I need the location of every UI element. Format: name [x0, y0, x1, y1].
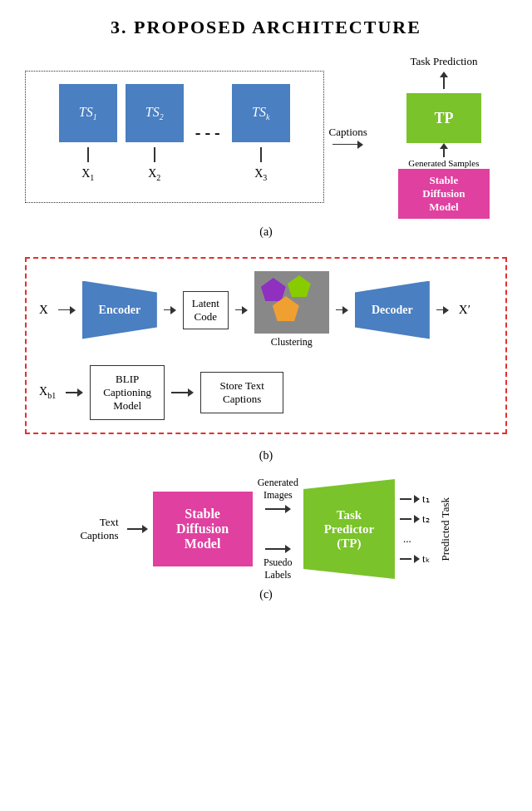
tp-block-a: TP	[406, 93, 481, 143]
task-pred-label-a: Task Prediction	[410, 55, 477, 68]
tsk-block: TSk	[232, 84, 290, 142]
right-part-a: Task Prediction TP Generated Samples Sta…	[381, 55, 507, 219]
ts2-block: TS2	[126, 84, 184, 142]
sdm-block-a: StableDiffusionModel	[398, 169, 490, 219]
t2-label: t₂	[422, 512, 430, 526]
diagram-c: TextCaptions StableDiffusionModel Genera…	[25, 477, 507, 611]
page-title: 3. PROPOSED ARCHITECTURE	[111, 17, 421, 38]
predicted-task-label: Predicted Task	[439, 497, 452, 561]
subfig-label-a: (a)	[25, 225, 507, 239]
gen-images-label-c: GeneratedImages	[258, 477, 298, 502]
store-text-captions-box: Store TextCaptions	[200, 372, 283, 413]
xprime-label: X′	[459, 303, 470, 317]
shape-purple	[261, 278, 286, 301]
gen-samples-label-a: Generated Samples	[408, 158, 479, 168]
diagram-a: TS1 X1 TS2 X2 - - - TSk X3	[25, 55, 507, 249]
blip-captioning-box: BLIPCaptioningModel	[90, 365, 165, 420]
sdm-block-c: StableDiffusionModel	[153, 492, 253, 566]
clustering-box	[254, 271, 329, 334]
clustering-label: Clustering	[271, 336, 313, 349]
x3-label: X3	[254, 167, 267, 182]
pseudo-labels-label-c: PsuedoLabels	[264, 556, 293, 581]
diagram-b: X Encoder LatentCode Clustering Dec	[25, 257, 507, 434]
x-label-b: X	[39, 303, 48, 317]
decoder-block: Decoder	[355, 281, 430, 339]
text-captions-label-c: TextCaptions	[80, 516, 118, 542]
x2-label: X2	[148, 167, 160, 182]
x1-label: X1	[81, 167, 94, 182]
dotted-box-a: TS1 X1 TS2 X2 - - - TSk X3	[25, 71, 324, 204]
ts1-block: TS1	[59, 84, 117, 142]
t1-label: t₁	[422, 492, 430, 506]
latent-code-box: LatentCode	[183, 291, 229, 329]
tp-block-c: TaskPredictor(TP)	[303, 479, 395, 579]
dots-label: ...	[403, 532, 411, 546]
encoder-block: Encoder	[82, 281, 157, 339]
captions-label: Captions	[329, 126, 367, 139]
dots-separator: - - -	[195, 123, 220, 142]
shape-green	[288, 275, 311, 297]
subfig-label-c: (c)	[25, 588, 507, 601]
tk-label: tₖ	[422, 552, 431, 566]
xb1-label: Xb1	[39, 385, 56, 400]
subfig-label-b: (b)	[259, 449, 273, 462]
